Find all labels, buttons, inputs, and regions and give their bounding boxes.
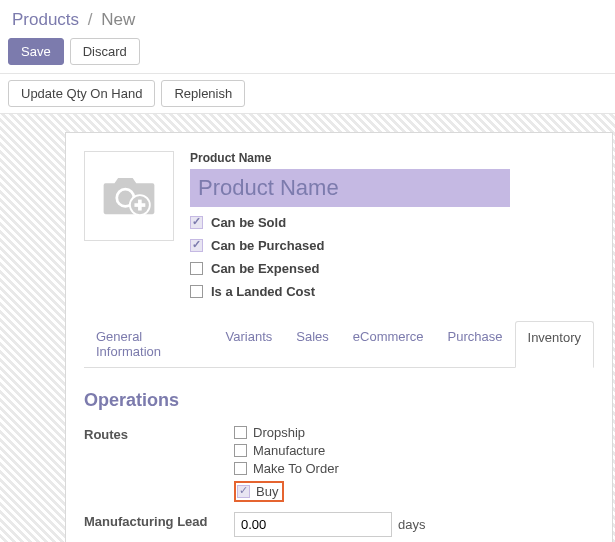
routes-label: Routes (84, 425, 234, 442)
product-name-input[interactable] (190, 169, 510, 207)
update-qty-button[interactable]: Update Qty On Hand (8, 80, 155, 107)
route-buy-label: Buy (256, 484, 278, 499)
route-buy-checkbox[interactable] (237, 485, 250, 498)
form-background: Product Name Can be Sold Can be Purchase… (0, 114, 615, 542)
can-be-sold-label: Can be Sold (211, 215, 286, 230)
tab-purchase[interactable]: Purchase (436, 321, 515, 367)
tab-ecommerce[interactable]: eCommerce (341, 321, 436, 367)
route-dropship-checkbox[interactable] (234, 426, 247, 439)
route-manufacture-checkbox[interactable] (234, 444, 247, 457)
action-toolbar: Update Qty On Hand Replenish (0, 73, 615, 114)
route-dropship-label: Dropship (253, 425, 305, 440)
breadcrumb-parent[interactable]: Products (12, 10, 79, 29)
product-name-label: Product Name (190, 151, 594, 165)
route-make-to-order-checkbox[interactable] (234, 462, 247, 475)
route-buy-highlight: Buy (234, 481, 284, 502)
can-be-expensed-label: Can be Expensed (211, 261, 319, 276)
form-toolbar: Save Discard (0, 38, 615, 73)
tab-inventory[interactable]: Inventory (515, 321, 594, 368)
camera-plus-icon (100, 173, 158, 219)
breadcrumb-separator: / (88, 10, 93, 29)
save-button[interactable]: Save (8, 38, 64, 65)
days-label: days (398, 517, 425, 532)
manufacturing-lead-label: Manufacturing Lead (84, 512, 234, 529)
route-make-to-order-label: Make To Order (253, 461, 339, 476)
replenish-button[interactable]: Replenish (161, 80, 245, 107)
tab-sales[interactable]: Sales (284, 321, 341, 367)
tabs: General Information Variants Sales eComm… (84, 321, 594, 368)
can-be-expensed-checkbox[interactable] (190, 262, 203, 275)
tab-variants[interactable]: Variants (214, 321, 285, 367)
discard-button[interactable]: Discard (70, 38, 140, 65)
tab-general-information[interactable]: General Information (84, 321, 214, 367)
svg-rect-4 (134, 203, 145, 207)
breadcrumb-current: New (101, 10, 135, 29)
product-image-upload[interactable] (84, 151, 174, 241)
manufacturing-lead-input[interactable] (234, 512, 392, 537)
operations-heading: Operations (84, 390, 594, 411)
is-landed-cost-label: Is a Landed Cost (211, 284, 315, 299)
inventory-tab-content: Operations Routes Dropship Manufacture M… (84, 368, 594, 537)
is-landed-cost-checkbox[interactable] (190, 285, 203, 298)
can-be-purchased-label: Can be Purchased (211, 238, 324, 253)
can-be-sold-checkbox[interactable] (190, 216, 203, 229)
route-manufacture-label: Manufacture (253, 443, 325, 458)
form-sheet: Product Name Can be Sold Can be Purchase… (65, 132, 613, 542)
can-be-purchased-checkbox[interactable] (190, 239, 203, 252)
breadcrumb: Products / New (0, 0, 615, 38)
